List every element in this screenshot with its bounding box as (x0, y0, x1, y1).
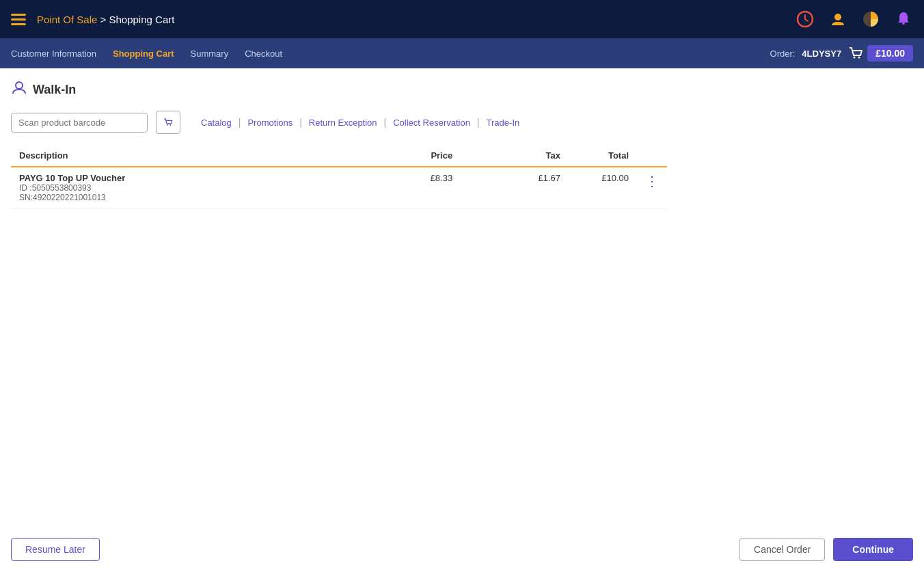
continue-button[interactable]: Continue (833, 538, 913, 561)
item-tax: £1.67 (461, 167, 569, 208)
resume-later-button[interactable]: Resume Later (11, 538, 100, 561)
cart-icon (848, 46, 863, 61)
trade-in-link[interactable]: Trade-In (480, 118, 527, 128)
svg-point-9 (167, 124, 168, 126)
page-subtitle: Shopping Cart (109, 14, 175, 25)
order-label: Order: (770, 49, 796, 59)
top-nav-left: Point Of Sale > Shopping Cart (11, 14, 174, 25)
row-menu-button[interactable]: ⋮ (645, 174, 659, 189)
pie-chart-icon[interactable] (861, 10, 880, 29)
action-links: Catalog | Promotions | Return Exception … (194, 117, 526, 128)
app-title: Point Of Sale > Shopping Cart (37, 14, 174, 25)
cancel-order-button[interactable]: Cancel Order (739, 538, 825, 561)
top-nav-right (796, 10, 913, 29)
svg-rect-5 (902, 23, 905, 25)
svg-point-10 (169, 124, 171, 126)
item-price: £8.33 (353, 167, 461, 208)
customer-icon (11, 79, 27, 100)
nav-summary[interactable]: Summary (191, 49, 229, 59)
order-table: Description Price Tax Total PAYG 10 Top … (11, 145, 667, 208)
return-exception-link[interactable]: Return Exception (302, 118, 384, 128)
barcode-input[interactable] (11, 113, 148, 133)
catalog-link[interactable]: Catalog (194, 118, 239, 128)
cart-total: £10.00 (867, 45, 913, 62)
sub-nav-links: Customer Information Shopping Cart Summa… (11, 49, 282, 59)
nav-customer-information[interactable]: Customer Information (11, 49, 96, 59)
table-header: Description Price Tax Total (11, 145, 667, 167)
sub-navbar: Customer Information Shopping Cart Summa… (0, 38, 924, 68)
col-total: Total (569, 145, 637, 167)
table-body: PAYG 10 Top UP Voucher ID :5050553800393… (11, 167, 667, 208)
col-tax: Tax (461, 145, 569, 167)
svg-point-7 (858, 57, 860, 59)
svg-point-6 (854, 57, 856, 59)
order-id: 4LDYSY7 (802, 49, 841, 59)
bottom-bar: Resume Later Cancel Order Continue (0, 527, 924, 572)
nav-shopping-cart[interactable]: Shopping Cart (113, 49, 174, 59)
item-total: £10.00 (569, 167, 637, 208)
item-description-cell: PAYG 10 Top UP Voucher ID :5050553800393… (11, 167, 353, 208)
svg-point-3 (834, 14, 841, 21)
item-sn: SN:4920220221001013 (19, 193, 344, 202)
col-actions (637, 145, 667, 167)
top-navbar: Point Of Sale > Shopping Cart (0, 0, 924, 38)
bottom-right-buttons: Cancel Order Continue (739, 538, 913, 561)
toolbar-row: Catalog | Promotions | Return Exception … (11, 111, 913, 134)
cart-btn-icon (163, 116, 173, 128)
col-price: Price (353, 145, 461, 167)
svg-point-8 (16, 82, 23, 89)
customer-name: Walk-In (33, 83, 76, 97)
cart-badge: £10.00 (848, 45, 913, 62)
sub-nav-right: Order: 4LDYSY7 £10.00 (770, 45, 913, 62)
nav-checkout[interactable]: Checkout (245, 49, 282, 59)
svg-line-2 (805, 19, 808, 21)
table-row: PAYG 10 Top UP Voucher ID :5050553800393… (11, 167, 667, 208)
pos-title: Point Of Sale (37, 14, 97, 25)
col-description: Description (11, 145, 353, 167)
item-menu-cell: ⋮ (637, 167, 667, 208)
customer-row: Walk-In (11, 79, 913, 100)
hamburger-menu-icon[interactable] (11, 14, 26, 25)
clock-icon[interactable] (796, 10, 815, 29)
user-icon[interactable] (828, 10, 847, 29)
main-content: Walk-In Catalog | Promotions | Return Ex… (0, 68, 924, 527)
bell-icon[interactable] (894, 10, 913, 29)
cart-add-button[interactable] (156, 111, 180, 134)
collect-reservation-link[interactable]: Collect Reservation (386, 118, 477, 128)
item-name: PAYG 10 Top UP Voucher (19, 173, 344, 183)
item-id: ID :5050553800393 (19, 183, 344, 193)
promotions-link[interactable]: Promotions (241, 118, 299, 128)
